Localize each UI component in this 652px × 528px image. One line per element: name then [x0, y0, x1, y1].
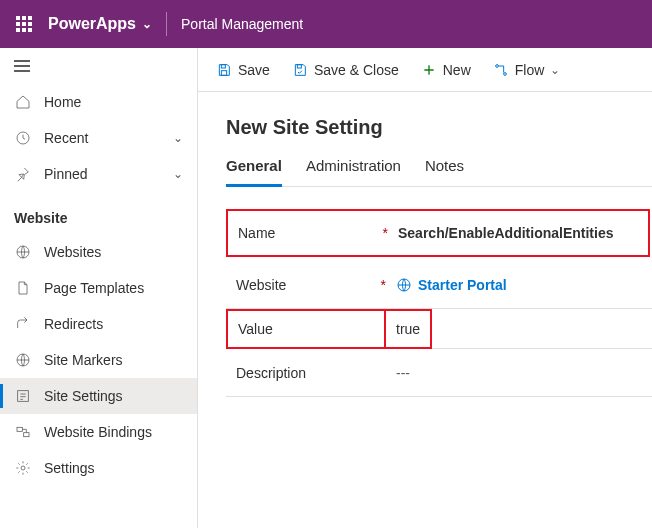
nav-label: Page Templates [44, 280, 183, 296]
app-header: PowerApps ⌄ Portal Management [0, 0, 652, 48]
content: New Site Setting General Administration … [198, 92, 652, 528]
field-label: Description [236, 365, 396, 381]
required-indicator: * [381, 277, 396, 293]
bindings-icon [14, 423, 32, 441]
brand-switcher[interactable]: PowerApps ⌄ [48, 15, 152, 33]
lookup-website[interactable]: Starter Portal [396, 277, 642, 293]
shell: Home Recent ⌄ Pinned ⌄ Website [0, 48, 652, 528]
nav-section-header: Website [0, 192, 197, 234]
nav-label: Redirects [44, 316, 183, 332]
nav-page-templates[interactable]: Page Templates [0, 270, 197, 306]
nav-label: Home [44, 94, 183, 110]
tab-notes[interactable]: Notes [425, 157, 464, 186]
nav-website-bindings[interactable]: Website Bindings [0, 414, 197, 450]
sidebar: Home Recent ⌄ Pinned ⌄ Website [0, 48, 198, 528]
field-label: Name * [238, 225, 398, 241]
new-button[interactable]: New [413, 54, 479, 86]
chevron-down-icon: ⌄ [173, 131, 183, 145]
svg-rect-3 [18, 391, 29, 402]
settings-list-icon [14, 387, 32, 405]
svg-rect-9 [297, 64, 301, 67]
nav-redirects[interactable]: Redirects [0, 306, 197, 342]
globe-icon [396, 277, 412, 293]
collapse-nav-button[interactable] [0, 48, 197, 84]
page-icon [14, 279, 32, 297]
cmd-label: Flow [515, 62, 545, 78]
brand-name: PowerApps [48, 15, 136, 33]
nav-label: Pinned [44, 166, 161, 182]
main: Save Save & Close New Flow ⌄ [198, 48, 652, 528]
cmd-label: Save [238, 62, 270, 78]
nav-label: Site Markers [44, 352, 183, 368]
pin-icon [14, 165, 32, 183]
save-close-button[interactable]: Save & Close [284, 54, 407, 86]
field-label: Value [226, 309, 386, 349]
page-title: New Site Setting [226, 116, 652, 139]
nav-label: Recent [44, 130, 161, 146]
flow-button[interactable]: Flow ⌄ [485, 54, 569, 86]
nav-websites[interactable]: Websites [0, 234, 197, 270]
save-close-icon [292, 62, 308, 78]
chevron-down-icon: ⌄ [142, 17, 152, 31]
app-launcher-button[interactable] [8, 8, 40, 40]
tab-administration[interactable]: Administration [306, 157, 401, 186]
save-button[interactable]: Save [208, 54, 278, 86]
field-label: Website * [236, 277, 396, 293]
nav-label: Site Settings [44, 388, 183, 404]
svg-rect-7 [221, 64, 225, 67]
flow-icon [493, 62, 509, 78]
nav-home[interactable]: Home [0, 84, 197, 120]
field-value-name[interactable]: Search/EnableAdditionalEntities [398, 225, 638, 241]
form-general: Name * Search/EnableAdditionalEntities W… [226, 209, 652, 397]
field-website[interactable]: Website * Starter Portal [226, 261, 652, 309]
home-icon [14, 93, 32, 111]
cmd-label: New [443, 62, 471, 78]
divider [166, 12, 167, 36]
nav-label: Settings [44, 460, 183, 476]
chevron-down-icon: ⌄ [173, 167, 183, 181]
nav-site-settings[interactable]: Site Settings [0, 378, 197, 414]
save-icon [216, 62, 232, 78]
nav-settings[interactable]: Settings [0, 450, 197, 486]
globe-icon [14, 243, 32, 261]
field-value-row[interactable]: Value true [226, 309, 652, 349]
field-name[interactable]: Name * Search/EnableAdditionalEntities [226, 209, 650, 257]
hamburger-icon [14, 60, 30, 72]
nav-top: Home Recent ⌄ Pinned ⌄ [0, 84, 197, 192]
svg-rect-5 [24, 433, 29, 437]
nav-website: Websites Page Templates Redirects Site M… [0, 234, 197, 486]
gear-icon [14, 459, 32, 477]
waffle-icon [16, 16, 32, 32]
nav-site-markers[interactable]: Site Markers [0, 342, 197, 378]
cmd-label: Save & Close [314, 62, 399, 78]
tab-strip: General Administration Notes [226, 157, 652, 187]
svg-point-11 [503, 72, 506, 75]
redirect-icon [14, 315, 32, 333]
svg-point-6 [21, 466, 25, 470]
field-description[interactable]: Description --- [226, 349, 652, 397]
nav-pinned[interactable]: Pinned ⌄ [0, 156, 197, 192]
svg-point-10 [495, 64, 498, 67]
lookup-value: Starter Portal [418, 277, 507, 293]
tab-general[interactable]: General [226, 157, 282, 187]
clock-icon [14, 129, 32, 147]
nav-label: Websites [44, 244, 183, 260]
nav-label: Website Bindings [44, 424, 183, 440]
field-value-description[interactable]: --- [396, 365, 642, 381]
nav-recent[interactable]: Recent ⌄ [0, 120, 197, 156]
command-bar: Save Save & Close New Flow ⌄ [198, 48, 652, 92]
plus-icon [421, 62, 437, 78]
globe-icon [14, 351, 32, 369]
app-name: Portal Management [181, 16, 303, 32]
chevron-down-icon: ⌄ [550, 63, 560, 77]
field-value-value[interactable]: true [386, 309, 432, 349]
svg-rect-4 [17, 427, 22, 431]
required-indicator: * [383, 225, 398, 241]
svg-rect-8 [221, 70, 226, 75]
